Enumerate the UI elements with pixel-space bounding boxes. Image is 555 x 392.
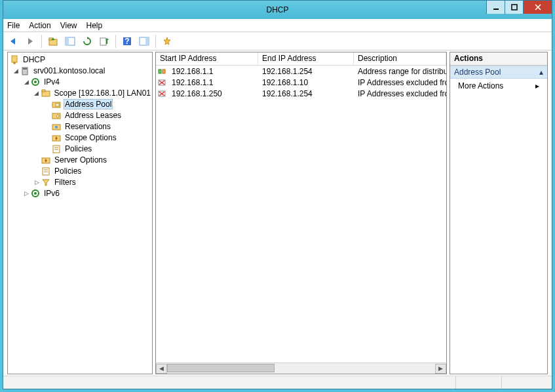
horizontal-scrollbar[interactable]: ◀ ▶: [156, 363, 446, 374]
svg-rect-23: [56, 104, 59, 106]
tree-label: Policies: [64, 144, 93, 153]
dhcp-service-icon: [9, 54, 20, 65]
cell-end-ip: 192.168.1.254: [258, 67, 354, 76]
toolbar-separator: [41, 35, 42, 48]
tree-node-ipv4[interactable]: ◢ IPv4: [8, 76, 152, 87]
window-controls: [486, 1, 552, 14]
folder-icon: [41, 88, 51, 98]
collapse-icon[interactable]: ◢: [22, 79, 30, 85]
titlebar: DHCP: [3, 1, 552, 19]
actions-more-actions[interactable]: More Actions ▸: [450, 79, 547, 93]
list-pane: Start IP Address End IP Address Descript…: [155, 52, 447, 374]
ipv4-icon: [30, 77, 41, 87]
scope-options-icon: [51, 132, 62, 143]
scroll-thumb[interactable]: [167, 364, 275, 372]
address-leases-icon: [51, 110, 62, 121]
expand-icon[interactable]: ▷: [22, 190, 30, 197]
column-start-ip[interactable]: Start IP Address: [156, 52, 258, 65]
refresh-button[interactable]: [80, 34, 94, 49]
show-hide-action-pane-button[interactable]: [137, 34, 151, 49]
tree-label: Address Pool: [64, 99, 113, 109]
tree-node-scope-policies[interactable]: Policies: [8, 143, 152, 154]
tree-node-scope[interactable]: ◢ Scope [192.168.1.0] LAN01: [8, 87, 152, 98]
tree-node-filters[interactable]: ▷ Filters: [8, 176, 152, 187]
tree-node-address-leases[interactable]: Address Leases: [8, 109, 152, 121]
export-list-button[interactable]: [97, 34, 111, 49]
scroll-left-button[interactable]: ◀: [156, 364, 167, 374]
menu-view[interactable]: View: [60, 21, 77, 30]
cell-description: Address range for distribution: [354, 67, 446, 76]
address-pool-icon: [51, 99, 62, 109]
statusbar: [3, 376, 552, 389]
tree-label: Server Options: [53, 155, 108, 165]
help-button[interactable]: ?: [120, 34, 134, 49]
tree-pane: DHCP ◢ srv001.kontoso.local ◢ IPv4 ◢ Sco…: [7, 52, 153, 374]
show-hide-tree-button[interactable]: [63, 34, 77, 49]
tree-node-reservations[interactable]: Reservations: [8, 121, 152, 132]
actions-item-label: More Actions: [458, 81, 503, 90]
tree-label: Filters: [53, 178, 77, 187]
column-description[interactable]: Description: [354, 52, 446, 65]
svg-rect-17: [23, 68, 27, 69]
tree-label: srv001.kontoso.local: [32, 66, 106, 75]
collapse-icon[interactable]: ◢: [33, 90, 41, 96]
svg-rect-39: [163, 69, 165, 73]
chevron-right-icon: ▸: [535, 81, 539, 90]
ipv6-icon: [30, 188, 41, 199]
tree-node-root[interactable]: DHCP: [8, 54, 152, 65]
new-action-button[interactable]: [160, 34, 174, 49]
collapse-icon[interactable]: ◢: [12, 68, 20, 74]
menubar: File Action View Help: [3, 19, 552, 32]
tree-node-server-policies[interactable]: Policies: [8, 165, 152, 176]
list-row[interactable]: 192.168.1.250 192.168.1.254 IP Addresses…: [156, 88, 446, 99]
list-row[interactable]: 192.168.1.1 192.168.1.254 Address range …: [156, 66, 446, 77]
svg-point-37: [34, 192, 37, 195]
actions-pane: Actions Address Pool ▴ More Actions ▸: [450, 52, 548, 374]
column-end-ip[interactable]: End IP Address: [258, 52, 354, 65]
up-button[interactable]: [46, 34, 60, 49]
reservations-icon: [51, 121, 62, 132]
back-button[interactable]: [6, 34, 20, 49]
maximize-button[interactable]: [505, 1, 523, 14]
actions-section-title[interactable]: Address Pool ▴: [450, 66, 547, 79]
tree-label: Reservations: [64, 122, 112, 131]
list-row[interactable]: 192.168.1.1 192.168.1.10 IP Addresses ex…: [156, 77, 446, 88]
tree: DHCP ◢ srv001.kontoso.local ◢ IPv4 ◢ Sco…: [8, 52, 152, 200]
scroll-right-button[interactable]: ▶: [435, 364, 446, 374]
collapse-icon: ▴: [539, 68, 543, 77]
actions-header: Actions: [450, 52, 547, 66]
tree-label: IPv4: [43, 77, 61, 87]
exclusion-range-icon: [156, 89, 168, 98]
server-icon: [20, 66, 30, 76]
list-header: Start IP Address End IP Address Descript…: [156, 52, 446, 66]
svg-rect-1: [512, 5, 517, 10]
tree-node-server[interactable]: ◢ srv001.kontoso.local: [8, 65, 152, 76]
toolbar: ?: [3, 32, 552, 50]
menu-help[interactable]: Help: [86, 21, 103, 30]
tree-node-server-options[interactable]: Server Options: [8, 154, 152, 165]
scroll-track[interactable]: [167, 364, 435, 374]
svg-rect-0: [493, 9, 499, 10]
svg-point-25: [56, 115, 59, 117]
list-body: 192.168.1.1 192.168.1.254 Address range …: [156, 66, 446, 363]
policies-icon: [51, 144, 62, 154]
cell-description: IP Addresses excluded from distribution: [354, 89, 446, 98]
forward-button[interactable]: [23, 34, 37, 49]
tree-node-ipv6[interactable]: ▷ IPv6: [8, 187, 152, 199]
cell-end-ip: 192.168.1.254: [258, 89, 354, 98]
expand-icon[interactable]: ▷: [33, 179, 41, 186]
minimize-button[interactable]: [486, 1, 505, 14]
cell-start-ip: 192.168.1.1: [168, 78, 258, 87]
server-options-icon: [41, 155, 51, 165]
tree-node-scope-options[interactable]: Scope Options: [8, 132, 152, 143]
menu-action[interactable]: Action: [29, 21, 50, 30]
tree-node-address-pool[interactable]: Address Pool: [8, 98, 152, 109]
svg-rect-8: [100, 38, 106, 45]
window-title: DHCP: [266, 5, 288, 14]
menu-file[interactable]: File: [7, 21, 20, 30]
tree-label: Scope Options: [64, 133, 118, 142]
cell-end-ip: 192.168.1.10: [258, 78, 354, 87]
toolbar-separator: [115, 35, 116, 48]
svg-rect-21: [42, 90, 45, 92]
close-button[interactable]: [523, 1, 552, 14]
